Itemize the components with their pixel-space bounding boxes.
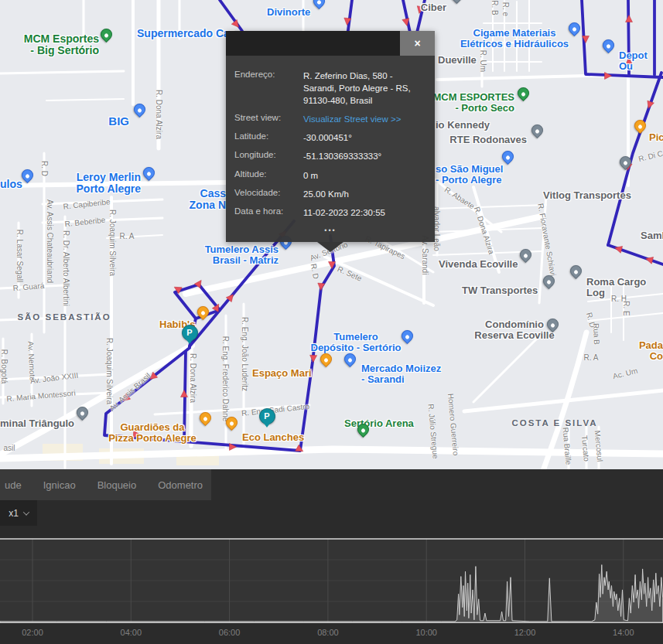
poi-label: Cass Zona N bbox=[190, 188, 226, 212]
poi-label: Tumelero Depósito - Sertório bbox=[310, 332, 401, 354]
street-label: R. A bbox=[120, 232, 135, 240]
app: SÃO SEBASTIÃOCOSTA E SILVAR. Dona Alzira… bbox=[0, 0, 663, 644]
popup-row: Data e hora:11-02-2023 22:30:55 bbox=[234, 206, 426, 219]
popup-row-value: 11-02-2023 22:30:55 bbox=[303, 206, 426, 219]
poi-label: Condomínio Reserva Ecoville bbox=[474, 319, 554, 342]
popup-row-value: 25.00 Km/h bbox=[303, 188, 426, 200]
popup-row-label: Altitude: bbox=[234, 169, 303, 182]
popup-header: × bbox=[226, 31, 435, 56]
area-label: SÃO SEBASTIÃO bbox=[17, 312, 111, 322]
popup-row: Latitude:-30.000451° bbox=[234, 131, 426, 144]
poi-label: TW Transportes bbox=[462, 285, 538, 296]
poi-label: Mercado Moiizez - Sarandi bbox=[361, 363, 441, 386]
poi-label: Supermercado Car bbox=[137, 28, 234, 39]
poi-label: ulos bbox=[0, 179, 22, 190]
street-label: R. Dr. Alberto Albertini bbox=[62, 230, 70, 306]
street-label: R. Dona Alzira bbox=[155, 90, 163, 139]
poi-label: MCM ESPORTES - Porto Seco bbox=[433, 92, 514, 114]
poi-label: Tumelero Assis Brasil - Matriz bbox=[205, 244, 279, 267]
street-label: R. Eng. Frederico Dahne bbox=[221, 336, 230, 422]
poi-label: Depot Ou bbox=[619, 50, 663, 73]
popup-row-value: -30.000451° bbox=[303, 131, 426, 144]
popup-row-label: Latitude: bbox=[234, 131, 303, 144]
poi-label: Roma Cargo Log bbox=[586, 277, 663, 299]
popup-row-value: 0 m bbox=[303, 169, 426, 182]
parking-icon[interactable]: P bbox=[182, 325, 198, 341]
popup-row-label: Longitude: bbox=[234, 150, 303, 162]
chart-tab-bar: udeIgnicaoBloqueioOdometro bbox=[0, 469, 663, 500]
popup-row: Velocidade:25.00 Km/h bbox=[234, 188, 426, 200]
x-axis-tick: 06:00 bbox=[219, 628, 241, 637]
poi-label: Sambó bbox=[641, 230, 663, 241]
x-axis-tick: 14:00 bbox=[613, 628, 634, 637]
street-label: R. D bbox=[40, 161, 49, 176]
poi-label: Ciber bbox=[421, 2, 446, 13]
x-axis-tick: 08:00 bbox=[317, 628, 339, 637]
street-label: R. Bogotá bbox=[0, 349, 9, 383]
poi-label: minal Triângulo bbox=[0, 418, 74, 429]
vehicle-info-popup: × Endereço:R. Zeferino Dias, 580 - Saran… bbox=[226, 31, 435, 242]
popup-row: Endereço:R. Zeferino Dias, 580 - Sarandi… bbox=[234, 70, 426, 107]
parking-icon[interactable]: P bbox=[259, 408, 275, 424]
poi-label: Dueville bbox=[438, 55, 477, 66]
more-options-icon[interactable]: ••• bbox=[234, 225, 426, 237]
poi-label: so São Miguel - Porto Alegre bbox=[436, 164, 503, 186]
tab-velocidade[interactable]: ude bbox=[5, 479, 22, 491]
speed-timeline-chart[interactable]: 02:0004:0006:0008:0010:0012:0014:00 bbox=[0, 500, 663, 644]
poi-label: Espaço Mari bbox=[252, 368, 312, 379]
popup-row: Altitude:0 m bbox=[234, 169, 426, 182]
street-label: asil bbox=[3, 444, 15, 452]
street-label: R. Joaquim Silveira bbox=[105, 338, 114, 404]
popup-row: Street view:Visualizar Street view >> bbox=[234, 113, 426, 125]
popup-row-label: Velocidade: bbox=[234, 188, 303, 200]
popup-anchor-pointer bbox=[317, 242, 343, 252]
tab-odometro[interactable]: Odometro bbox=[158, 479, 203, 491]
close-icon[interactable]: × bbox=[400, 31, 435, 56]
street-label: R. Joaquim Silveira bbox=[108, 210, 117, 276]
street-label: R. Eng. João Luderitz bbox=[241, 317, 249, 391]
popup-row-label: Data e hora: bbox=[234, 206, 303, 219]
poi-label: Sertório Arena bbox=[344, 418, 414, 429]
popup-body: Endereço:R. Zeferino Dias, 580 - Sarandi… bbox=[226, 56, 435, 242]
x-axis-tick: 02:00 bbox=[22, 628, 43, 637]
street-label: Av. Assis Chateaubriand bbox=[46, 199, 54, 283]
street-label: R. Lasar Segall bbox=[15, 230, 24, 282]
popup-row: Longitude:-51.130369333333° bbox=[234, 150, 426, 162]
tab-bloqueio[interactable]: Bloqueio bbox=[97, 479, 137, 491]
popup-row-value: R. Zeferino Dias, 580 - Sarandi, Porto A… bbox=[303, 70, 426, 107]
popup-row-label: Street view: bbox=[234, 113, 303, 125]
street-label: R. B bbox=[490, 0, 499, 15]
street-label: R. A bbox=[584, 353, 599, 362]
poi-label: Pada Co bbox=[639, 340, 663, 363]
poi-label: Eco Lanches bbox=[242, 432, 304, 443]
x-axis-tick: 04:00 bbox=[121, 628, 142, 637]
poi-label: Leroy Merlin Porto Alegre bbox=[77, 172, 142, 196]
poi-label: RTE Rodonaves bbox=[449, 135, 527, 145]
poi-label: MCM Esportes - Big Sertório bbox=[24, 33, 99, 57]
poi-label: Guardiões da Pizza Porto Alegre bbox=[108, 422, 197, 445]
poi-label: Pic bbox=[649, 132, 663, 143]
street-label: R. Dona Alzira bbox=[189, 353, 197, 403]
area-label: COSTA E SILVA bbox=[511, 418, 597, 428]
tab-ignicao[interactable]: Ignicao bbox=[43, 479, 76, 491]
x-axis-tick: 10:00 bbox=[415, 628, 437, 637]
poi-label: Cigame Materiais Elétricos e Hidráulicos bbox=[460, 28, 569, 50]
street-label: R. e bbox=[501, 2, 510, 16]
poi-label: Divinorte bbox=[267, 7, 310, 18]
x-axis-tick: 12:00 bbox=[514, 628, 536, 637]
poi-label: Vitlog Transportes bbox=[543, 190, 631, 201]
popup-row-value: -51.130369333333° bbox=[303, 150, 426, 162]
poi-label: BIG bbox=[108, 115, 129, 128]
street-label: R. Um bbox=[479, 50, 487, 72]
poi-label: Vivenda Ecoville bbox=[439, 259, 518, 270]
tab-strip: udeIgnicaoBloqueioOdometro bbox=[0, 469, 211, 500]
popup-row-label: Endereço: bbox=[234, 70, 303, 107]
poi-label: io Kennedy bbox=[436, 120, 490, 131]
street-label: Rua B bbox=[592, 323, 601, 345]
street-view-link[interactable]: Visualizar Street view >> bbox=[303, 113, 426, 125]
street-label: R. E bbox=[622, 301, 631, 315]
